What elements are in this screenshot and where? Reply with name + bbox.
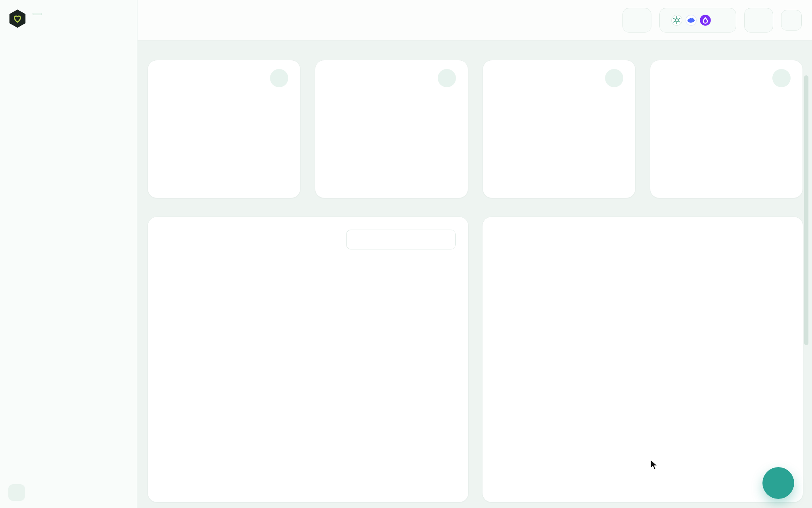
topbar <box>138 0 812 40</box>
app-root <box>0 0 812 508</box>
download-button[interactable] <box>781 10 802 31</box>
whale-model-icon <box>685 14 697 26</box>
date-range-button[interactable] <box>622 8 651 33</box>
kpi-row <box>147 60 803 198</box>
kpi-delta-badge <box>327 109 339 113</box>
organicmarket-logo-icon <box>8 10 27 28</box>
trending-up-icon <box>270 69 288 87</box>
openai-model-icon <box>671 14 683 26</box>
kpi-card-share-of-citation <box>650 60 803 198</box>
workspace-switcher[interactable] <box>6 8 131 29</box>
gigachat-model-icon <box>699 14 711 26</box>
feedback-fab-button[interactable] <box>762 467 794 499</box>
link-icon <box>605 69 623 87</box>
ai-visibility-benchmark-card <box>482 217 803 502</box>
pie-chart-icon <box>438 69 456 87</box>
prompts-selected-button[interactable] <box>744 8 773 33</box>
benchmark-radar-chart <box>495 238 790 437</box>
metric-dropdown[interactable] <box>346 230 456 249</box>
coverage-area-chart <box>161 247 456 467</box>
bar-chart-icon <box>772 69 791 87</box>
avatar[interactable] <box>8 484 25 501</box>
scrollbar-thumb[interactable] <box>804 75 808 345</box>
main-content <box>138 41 812 508</box>
kpi-delta-badge <box>495 109 506 113</box>
kpi-card-domain-citation <box>483 60 636 198</box>
sidebar <box>0 0 137 508</box>
kpi-delta-badge <box>160 109 171 113</box>
status-badge <box>33 13 42 15</box>
kpi-card-coverage <box>147 60 301 198</box>
coverage-dynamics-card <box>147 217 469 502</box>
kpi-delta-badge <box>662 109 674 113</box>
models-filter-button[interactable] <box>659 8 736 33</box>
sidebar-footer <box>6 484 131 501</box>
kpi-card-share-of-voice <box>315 60 468 198</box>
